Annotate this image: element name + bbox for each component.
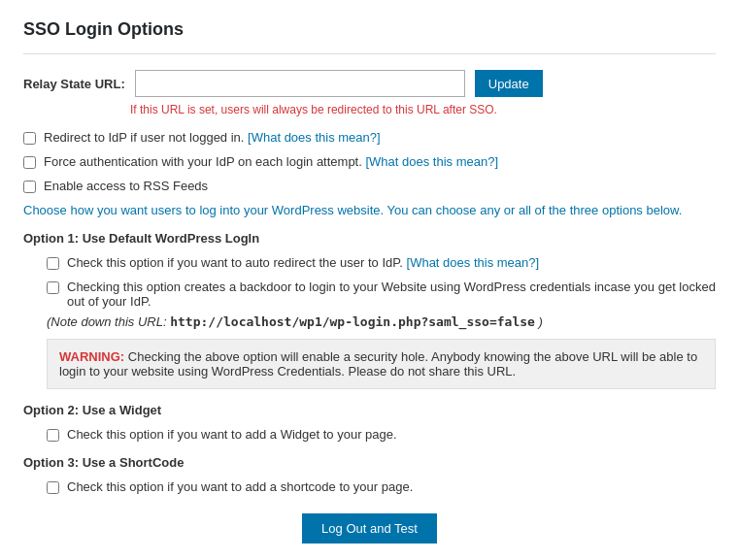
redirect-idp-row: Redirect to IdP if user not logged in. […	[23, 130, 716, 145]
force-auth-checkbox[interactable]	[23, 156, 36, 169]
rss-checkbox[interactable]	[23, 181, 36, 193]
backdoor-url: http://localhost/wp1/wp-login.php?saml_s…	[170, 314, 535, 329]
rss-label: Enable access to RSS Feeds	[44, 179, 208, 193]
redirect-idp-label: Redirect to IdP if user not logged in. […	[44, 130, 381, 145]
log-out-btn-container: Log Out and Test	[23, 513, 716, 544]
redirect-idp-checkbox[interactable]	[23, 132, 36, 145]
backdoor-label: Checking this option creates a backdoor …	[67, 280, 716, 309]
page-title: SSO Login Options	[23, 19, 716, 40]
option2-section: Option 2: Use a Widget Check this option…	[23, 403, 716, 442]
choose-text: Choose how you want users to log into yo…	[23, 203, 716, 217]
relay-state-label: Relay State URL:	[23, 77, 125, 91]
update-button[interactable]: Update	[475, 70, 543, 97]
backdoor-row: Checking this option creates a backdoor …	[47, 280, 716, 309]
widget-row: Check this option if you want to add a W…	[47, 427, 716, 442]
relay-state-input[interactable]	[135, 70, 465, 97]
widget-label: Check this option if you want to add a W…	[67, 427, 397, 442]
rss-row: Enable access to RSS Feeds	[23, 179, 716, 193]
auto-redirect-checkbox[interactable]	[47, 257, 59, 270]
option2-content: Check this option if you want to add a W…	[47, 427, 716, 442]
shortcode-checkbox[interactable]	[47, 481, 59, 494]
force-auth-link[interactable]: [What does this mean?]	[365, 154, 498, 169]
shortcode-label: Check this option if you want to add a s…	[67, 479, 413, 494]
backdoor-checkbox[interactable]	[47, 281, 59, 294]
relay-state-row: Relay State URL: Update	[23, 70, 716, 97]
warning-box: WARNING: Checking the above option will …	[47, 339, 716, 389]
option1-heading: Option 1: Use Default WordPress LogIn	[23, 231, 716, 246]
option3-content: Check this option if you want to add a s…	[47, 479, 716, 494]
option1-section: Option 1: Use Default WordPress LogIn Ch…	[23, 231, 716, 389]
auto-redirect-row: Check this option if you want to auto re…	[47, 255, 716, 270]
option1-content: Check this option if you want to auto re…	[47, 255, 716, 389]
shortcode-row: Check this option if you want to add a s…	[47, 479, 716, 494]
option3-section: Option 3: Use a ShortCode Check this opt…	[23, 455, 716, 494]
auto-redirect-label: Check this option if you want to auto re…	[67, 255, 539, 270]
warning-label: WARNING:	[59, 349, 124, 364]
note-text: (Note down this URL: http://localhost/wp…	[47, 314, 716, 329]
relay-hint: If this URL is set, users will always be…	[130, 103, 716, 116]
option3-heading: Option 3: Use a ShortCode	[23, 455, 716, 470]
log-out-test-button[interactable]: Log Out and Test	[302, 513, 437, 544]
page-container: SSO Login Options Relay State URL: Updat…	[0, 0, 739, 560]
option2-heading: Option 2: Use a Widget	[23, 403, 716, 417]
force-auth-row: Force authentication with your IdP on ea…	[23, 154, 716, 169]
widget-checkbox[interactable]	[47, 429, 59, 442]
redirect-idp-link[interactable]: [What does this mean?]	[248, 130, 381, 145]
auto-redirect-link[interactable]: [What does this mean?]	[407, 255, 540, 270]
divider	[23, 53, 716, 54]
warning-text: Checking the above option will enable a …	[59, 349, 697, 379]
force-auth-label: Force authentication with your IdP on ea…	[44, 154, 498, 169]
